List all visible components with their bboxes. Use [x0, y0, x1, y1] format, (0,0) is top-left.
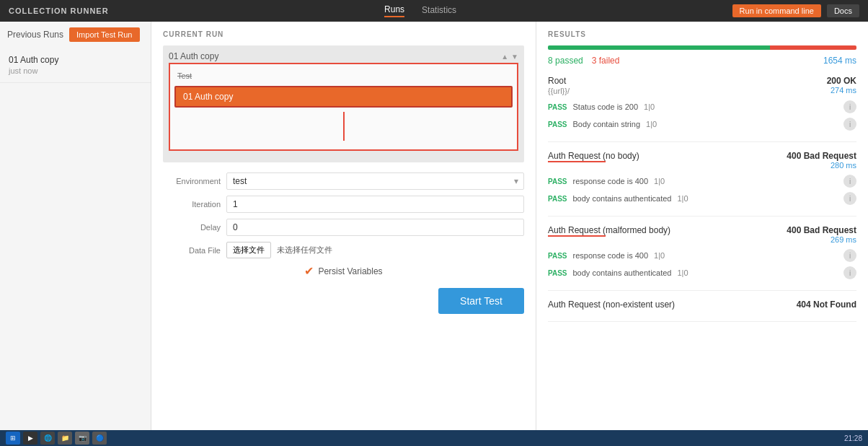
results-summary: 8 passed 3 failed 1654 ms: [548, 56, 856, 66]
sidebar-header: Previous Runs Import Test Run: [0, 22, 151, 48]
info-btn-2-0[interactable]: i: [843, 249, 856, 262]
result-url-0: {{url}}/: [548, 87, 570, 95]
status-1: 400 Bad Request: [787, 151, 856, 161]
start-test-button[interactable]: Start Test: [438, 288, 524, 314]
environment-label: Environment: [163, 177, 221, 185]
result-name-0: Root: [548, 76, 570, 86]
test-count-2-1: 1|0: [678, 268, 688, 277]
tab-runs[interactable]: Runs: [384, 4, 404, 17]
progress-bar: [548, 45, 856, 50]
test-name-1-0: response code is 400: [573, 177, 649, 185]
result-item-0: Root {{url}}/ 200 OK 274 ms PASS Status …: [548, 76, 856, 142]
info-btn-2-1[interactable]: i: [843, 266, 856, 279]
taskbar-icon-1[interactable]: ▶: [23, 432, 37, 445]
iteration-input[interactable]: [226, 196, 524, 213]
progress-pass: [548, 45, 770, 50]
taskbar-left: ⊞ ▶ 🌐 📁 📷 🔵: [6, 432, 107, 445]
result-header-3: Auth Request (non-existent user) 404 Not…: [548, 299, 856, 310]
pass-badge-1-0: PASS: [548, 178, 567, 185]
docs-button[interactable]: Docs: [827, 4, 859, 17]
results-panel: RESULTS 8 passed 3 failed 1654 ms: [536, 22, 868, 430]
tree-arrow-down[interactable]: ▼: [511, 53, 518, 61]
taskbar-icon-2[interactable]: 🌐: [40, 432, 55, 445]
result-header-0: Root {{url}}/ 200 OK 274 ms: [548, 76, 856, 95]
time-0: 274 ms: [827, 86, 856, 95]
data-file-row: Data File 选择文件 未选择任何文件: [163, 242, 524, 258]
delay-label: Delay: [163, 223, 221, 232]
tree-arrow-up[interactable]: ▲: [501, 53, 508, 61]
persist-label: Persist Variables: [318, 266, 382, 276]
delay-input[interactable]: [226, 219, 524, 236]
test-row-1-1: PASS body contains authenticated 1|0 i: [548, 190, 856, 207]
info-btn-1-0[interactable]: i: [843, 175, 856, 188]
time-2: 269 ms: [787, 235, 856, 244]
result-item-1: Auth Request (no body) 400 Bad Request 2…: [548, 151, 856, 217]
sidebar-run-item[interactable]: 01 Auth copy just now: [0, 48, 151, 83]
tab-statistics[interactable]: Statistics: [422, 5, 456, 17]
test-name-0-1: Body contain string: [573, 120, 641, 128]
underline-2: [548, 235, 606, 237]
progress-fail: [770, 45, 856, 50]
top-bar-actions: Run in command line Docs: [732, 4, 859, 17]
result-name-3: Auth Request (non-existent user): [548, 299, 675, 310]
test-name-2-0: response code is 400: [573, 251, 649, 260]
status-3: 404 Not Found: [797, 299, 856, 310]
collection-tree-item: 01 Auth copy ▲ ▼: [169, 50, 518, 63]
folder-name: Test: [177, 71, 192, 80]
taskbar-icon-4[interactable]: 📷: [75, 432, 89, 445]
taskbar-time: 21:28: [844, 434, 862, 442]
test-name-0-0: Status code is 200: [573, 102, 639, 111]
current-run-panel: CURRENT RUN 01 Auth copy ▲ ▼ Test 01 Aut…: [151, 22, 536, 430]
main-layout: Previous Runs Import Test Run 01 Auth co…: [0, 22, 868, 430]
pass-badge-0-0: PASS: [548, 103, 567, 111]
data-file-label: Data File: [163, 246, 221, 255]
persist-check-icon[interactable]: ✔: [304, 264, 314, 278]
taskbar-icon-start[interactable]: ⊞: [6, 432, 20, 445]
collection-tree: 01 Auth copy ▲ ▼ Test 01 Auth copy: [163, 45, 524, 162]
fail-label: failed: [599, 56, 620, 66]
info-btn-0-1[interactable]: i: [843, 118, 856, 131]
result-item-2: Auth Request (malformed body) 400 Bad Re…: [548, 225, 856, 291]
test-count-0-0: 1|0: [644, 102, 655, 111]
top-bar: COLLECTION RUNNER Runs Statistics Run in…: [0, 0, 868, 22]
pass-badge-2-0: PASS: [548, 252, 567, 260]
run-in-command-line-button[interactable]: Run in command line: [732, 4, 821, 17]
test-count-1-0: 1|0: [654, 177, 665, 185]
total-time: 1654 ms: [823, 56, 856, 66]
run-item-time: just now: [9, 66, 142, 75]
status-2: 400 Bad Request: [787, 225, 856, 235]
test-count-1-1: 1|0: [678, 194, 688, 203]
result-item-3: Auth Request (non-existent user) 404 Not…: [548, 299, 856, 322]
taskbar-icon-3[interactable]: 📁: [58, 432, 72, 445]
pass-label: passed: [555, 56, 583, 66]
status-0: 200 OK: [827, 76, 856, 86]
run-item-name: 01 Auth copy: [9, 55, 142, 65]
info-btn-1-1[interactable]: i: [843, 192, 856, 205]
persist-row: ✔ Persist Variables: [163, 264, 524, 278]
fail-number: 3: [592, 56, 597, 66]
pass-badge-0-1: PASS: [548, 121, 567, 128]
time-1: 280 ms: [787, 161, 856, 170]
red-border-box: Test 01 Auth copy: [169, 63, 518, 151]
test-row-2-0: PASS response code is 400 1|0 i: [548, 247, 856, 264]
info-btn-0-0[interactable]: i: [843, 100, 856, 113]
underline-1: [548, 161, 606, 162]
delay-row: Delay: [163, 219, 524, 236]
pass-count: 8 passed: [548, 56, 583, 66]
selected-row[interactable]: 01 Auth copy: [174, 86, 513, 108]
result-header-2: Auth Request (malformed body) 400 Bad Re…: [548, 225, 856, 244]
sidebar: Previous Runs Import Test Run 01 Auth co…: [0, 22, 151, 430]
fail-count: 3 failed: [592, 56, 620, 66]
test-row-0-1: PASS Body contain string 1|0 i: [548, 115, 856, 133]
import-test-run-button[interactable]: Import Test Run: [69, 27, 139, 42]
environment-select[interactable]: test: [226, 172, 524, 190]
taskbar-icon-5[interactable]: 🔵: [92, 432, 107, 445]
test-name-1-1: body contains authenticated: [573, 194, 672, 203]
iteration-row: Iteration: [163, 196, 524, 213]
previous-runs-button[interactable]: Previous Runs: [7, 30, 63, 40]
choose-file-button[interactable]: 选择文件: [226, 242, 271, 258]
file-name: 未选择任何文件: [277, 245, 332, 255]
results-label: RESULTS: [548, 30, 856, 38]
start-test-wrapper: Start Test: [163, 288, 524, 314]
result-header-1: Auth Request (no body) 400 Bad Request 2…: [548, 151, 856, 170]
